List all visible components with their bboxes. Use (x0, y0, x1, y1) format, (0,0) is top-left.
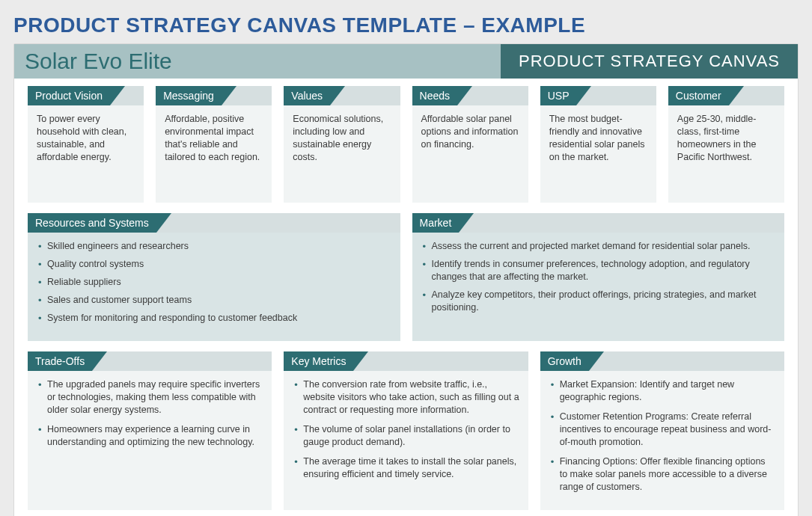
header-bar: Solar Evo Elite PRODUCT STRATEGY CANVAS (14, 44, 798, 79)
rows-container: Product VisionTo power every household w… (14, 79, 798, 510)
card-header-wrap: Needs (412, 86, 528, 105)
list-item: Homeowners may experience a learning cur… (37, 423, 263, 449)
header-label: PRODUCT STRATEGY CANVAS (501, 44, 798, 79)
card-body: Assess the current and projected market … (412, 233, 785, 341)
bullet-list: Assess the current and projected market … (421, 240, 776, 313)
card-header-wrap: Trade-Offs (28, 351, 272, 371)
card-header-wrap: Product Vision (28, 86, 144, 105)
card-header: Needs (412, 86, 457, 105)
list-item: The conversion rate from website traffic… (293, 378, 519, 417)
card-header: USP (540, 86, 577, 105)
list-item: Quality control systems (37, 258, 391, 271)
card-header: Product Vision (28, 86, 110, 105)
card-header: Customer (668, 86, 729, 105)
page-title: PRODUCT STRATEGY CANVAS TEMPLATE – EXAMP… (13, 13, 799, 37)
card-body: Economical solutions, including low and … (284, 105, 400, 203)
card: Key MetricsThe conversion rate from webs… (284, 351, 528, 510)
list-item: The upgraded panels may require specific… (37, 378, 263, 417)
card-body: Skilled engineers and researchersQuality… (28, 233, 400, 341)
card-header: Trade-Offs (28, 351, 92, 371)
card-header: Growth (540, 351, 589, 371)
row-middle: Resources and SystemsSkilled engineers a… (28, 213, 784, 341)
card: NeedsAffordable solar panel options and … (412, 86, 528, 203)
card-header: Key Metrics (284, 351, 353, 371)
row-top: Product VisionTo power every household w… (28, 86, 784, 203)
list-item: Assess the current and projected market … (421, 240, 776, 253)
card-header-wrap: Values (284, 86, 400, 105)
card: USPThe most budget-friendly and innovati… (540, 86, 656, 203)
row-bottom: Trade-OffsThe upgraded panels may requir… (28, 351, 784, 510)
list-item: The average time it takes to install the… (293, 455, 519, 481)
card-header-wrap: Growth (540, 351, 784, 371)
card: ValuesEconomical solutions, including lo… (284, 86, 400, 203)
card-header: Values (284, 86, 330, 105)
card-body: Market Expansion: Identify and target ne… (540, 371, 784, 510)
list-item: Analyze key competitors, their product o… (421, 289, 776, 314)
card-body: Affordable solar panel options and infor… (412, 105, 528, 203)
list-item: Market Expansion: Identify and target ne… (549, 378, 775, 404)
product-name: Solar Evo Elite (14, 44, 501, 79)
card: CustomerAge 25-30, middle-class, first-t… (668, 86, 784, 203)
card-body: The upgraded panels may require specific… (28, 371, 272, 510)
card-header: Messaging (156, 86, 222, 105)
card: MessagingAffordable, positive environmen… (156, 86, 272, 203)
list-item: The volume of solar panel installations … (293, 423, 519, 449)
bullet-list: The conversion rate from website traffic… (293, 378, 519, 480)
card-body: Age 25-30, middle-class, first-time home… (668, 105, 784, 203)
card: Resources and SystemsSkilled engineers a… (28, 213, 400, 341)
card: GrowthMarket Expansion: Identify and tar… (540, 351, 784, 510)
card-header: Resources and Systems (28, 213, 156, 233)
card-header: Market (412, 213, 460, 233)
card-header-wrap: Messaging (156, 86, 272, 105)
card-header-wrap: USP (540, 86, 656, 105)
card-header-wrap: Key Metrics (284, 351, 528, 371)
card-body: The conversion rate from website traffic… (284, 371, 528, 510)
card-header-wrap: Market (412, 213, 785, 233)
bullet-list: Skilled engineers and researchersQuality… (37, 240, 391, 324)
list-item: Customer Retention Programs: Create refe… (549, 411, 775, 449)
card: Product VisionTo power every household w… (28, 86, 144, 203)
list-item: Reliable suppliers (37, 276, 391, 289)
bullet-list: Market Expansion: Identify and target ne… (549, 378, 775, 493)
card-body: To power every household with clean, sus… (28, 105, 144, 203)
canvas-container: Solar Evo Elite PRODUCT STRATEGY CANVAS … (13, 43, 799, 516)
list-item: Identify trends in consumer preferences,… (421, 258, 776, 283)
list-item: Skilled engineers and researchers (37, 240, 391, 253)
card: MarketAssess the current and projected m… (412, 213, 785, 341)
bullet-list: The upgraded panels may require specific… (37, 378, 263, 448)
card-body: The most budget-friendly and innovative … (540, 105, 656, 203)
list-item: System for monitoring and responding to … (37, 312, 391, 325)
list-item: Financing Options: Offer flexible financ… (549, 455, 775, 494)
card: Trade-OffsThe upgraded panels may requir… (28, 351, 272, 510)
list-item: Sales and customer support teams (37, 294, 391, 307)
card-header-wrap: Resources and Systems (28, 213, 400, 233)
card-body: Affordable, positive environmental impac… (156, 105, 272, 203)
card-header-wrap: Customer (668, 86, 784, 105)
